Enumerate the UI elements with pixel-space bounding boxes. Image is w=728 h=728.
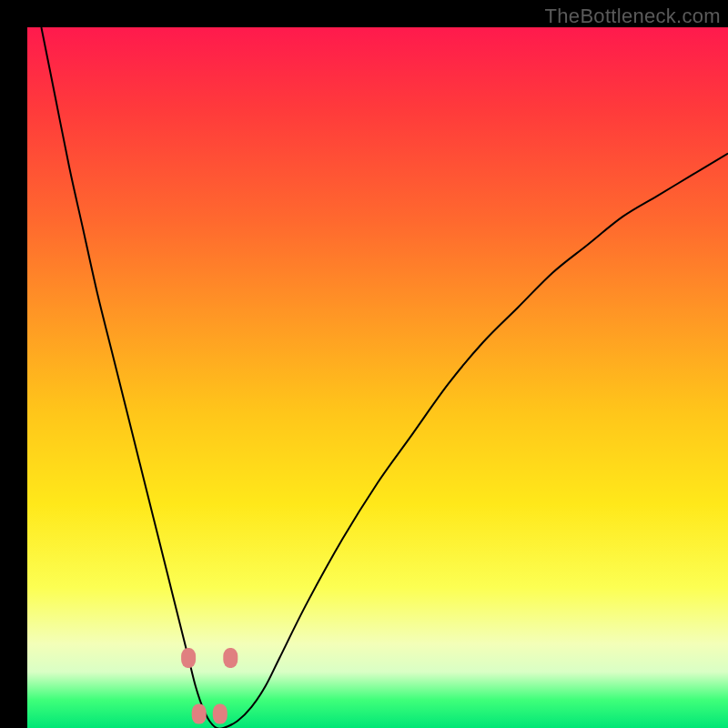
curve-marker <box>223 648 238 668</box>
bottleneck-curve <box>41 27 728 728</box>
curve-marker <box>192 704 207 724</box>
curve-marker <box>213 704 228 724</box>
curve-layer <box>27 27 728 728</box>
watermark-text: TheBottleneck.com <box>545 5 721 28</box>
curve-marker <box>181 648 196 668</box>
markers-group <box>181 648 238 724</box>
